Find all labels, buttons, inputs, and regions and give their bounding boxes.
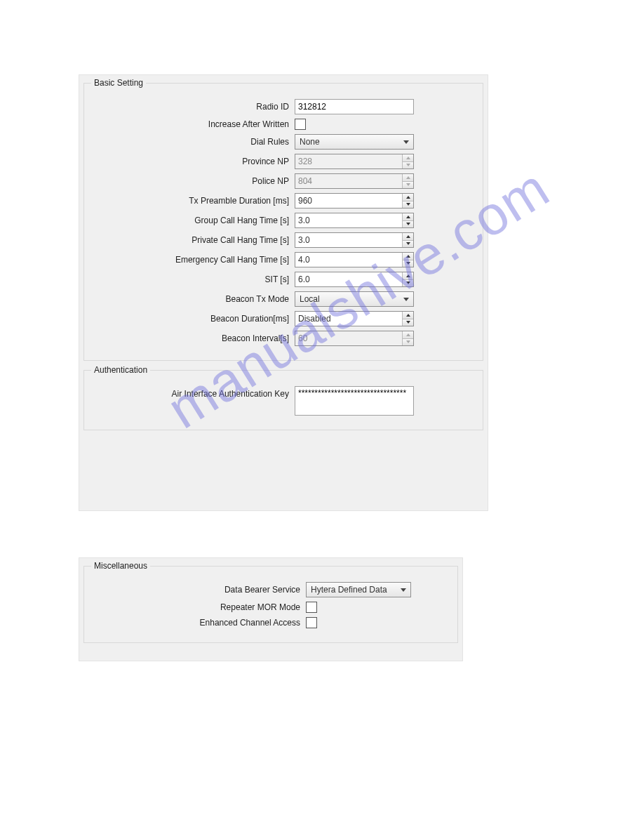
chevron-down-icon xyxy=(401,588,406,592)
authentication-group: Authentication Air Interface Authenticat… xyxy=(83,365,483,430)
label-police-np: Police NP xyxy=(91,176,295,186)
emergency-hang-spinner[interactable]: 4.0 xyxy=(295,252,414,267)
settings-panel-1: Basic Setting Radio ID Increase After Wr… xyxy=(79,74,488,511)
row-air-key: Air Interface Authentication Key xyxy=(91,386,476,416)
spinner-down-button xyxy=(403,181,413,189)
label-radio-id: Radio ID xyxy=(91,102,295,112)
basic-legend: Basic Setting xyxy=(91,78,146,88)
beacon-duration-value[interactable]: Disabled xyxy=(295,312,402,326)
label-group-hang: Group Call Hang Time [s] xyxy=(91,216,295,225)
row-sit: SIT [s] 6.0 xyxy=(91,272,476,287)
spinner-up-button xyxy=(403,174,413,181)
row-radio-id: Radio ID xyxy=(91,99,476,114)
label-beacon-tx-mode: Beacon Tx Mode xyxy=(91,294,295,304)
row-beacon-duration: Beacon Duration[ms] Disabled xyxy=(91,311,476,326)
spinner-up-button[interactable] xyxy=(403,253,413,260)
group-hang-value[interactable]: 3.0 xyxy=(295,213,402,227)
spinner-down-button[interactable] xyxy=(403,279,413,287)
label-dial-rules: Dial Rules xyxy=(91,137,295,147)
label-beacon-duration: Beacon Duration[ms] xyxy=(91,314,295,324)
label-repeater-mor: Repeater MOR Mode xyxy=(91,602,306,612)
settings-panel-2: Miscellaneous Data Bearer Service Hytera… xyxy=(79,557,463,661)
basic-setting-group: Basic Setting Radio ID Increase After Wr… xyxy=(83,78,483,361)
spinner-down-button xyxy=(403,161,413,169)
spinner-up-button xyxy=(403,154,413,161)
spinner-down-button xyxy=(403,338,413,346)
sit-value[interactable]: 6.0 xyxy=(295,272,402,286)
row-private-hang: Private Call Hang Time [s] 3.0 xyxy=(91,232,476,248)
row-tx-preamble: Tx Preamble Duration [ms] 960 xyxy=(91,193,476,208)
row-emergency-hang: Emergency Call Hang Time [s] 4.0 xyxy=(91,252,476,267)
increase-after-written-checkbox[interactable] xyxy=(295,119,306,130)
province-np-value: 328 xyxy=(295,154,402,168)
label-emergency-hang: Emergency Call Hang Time [s] xyxy=(91,255,295,265)
label-data-bearer: Data Bearer Service xyxy=(91,585,306,595)
data-bearer-combo[interactable]: Hytera Defined Data xyxy=(306,582,411,597)
row-beacon-tx-mode: Beacon Tx Mode Local xyxy=(91,291,476,307)
row-enhanced-channel: Enhanced Channel Access xyxy=(91,617,450,628)
spinner-up-button[interactable] xyxy=(403,213,413,220)
spinner-down-button[interactable] xyxy=(403,201,413,208)
data-bearer-value: Hytera Defined Data xyxy=(311,585,387,595)
miscellaneous-group: Miscellaneous Data Bearer Service Hytera… xyxy=(83,561,458,643)
spinner-down-button[interactable] xyxy=(403,220,413,228)
spinner-down-button[interactable] xyxy=(403,319,413,326)
spinner-up-button[interactable] xyxy=(403,194,413,201)
label-beacon-interval: Beacon Interval[s] xyxy=(91,333,295,343)
dial-rules-value: None xyxy=(300,137,320,147)
label-air-key: Air Interface Authentication Key xyxy=(91,386,295,399)
dial-rules-combo[interactable]: None xyxy=(295,134,414,150)
enhanced-channel-checkbox[interactable] xyxy=(306,617,317,628)
label-enhanced-channel: Enhanced Channel Access xyxy=(91,618,306,628)
tx-preamble-value[interactable]: 960 xyxy=(295,194,402,208)
air-key-input[interactable] xyxy=(295,386,414,416)
police-np-value: 804 xyxy=(295,174,402,188)
row-police-np: Police NP 804 xyxy=(91,173,476,189)
spinner-down-button[interactable] xyxy=(403,240,413,248)
auth-legend: Authentication xyxy=(91,365,150,375)
beacon-tx-mode-value: Local xyxy=(300,294,320,304)
spinner-up-button[interactable] xyxy=(403,272,413,279)
repeater-mor-checkbox[interactable] xyxy=(306,602,317,613)
beacon-duration-spinner[interactable]: Disabled xyxy=(295,311,414,326)
province-np-spinner: 328 xyxy=(295,154,414,169)
spinner-up-button[interactable] xyxy=(403,312,413,319)
row-province-np: Province NP 328 xyxy=(91,154,476,169)
spinner-up-button xyxy=(403,331,413,338)
chevron-down-icon xyxy=(403,140,409,144)
emergency-hang-value[interactable]: 4.0 xyxy=(295,253,402,267)
group-hang-spinner[interactable]: 3.0 xyxy=(295,213,414,228)
label-sit: SIT [s] xyxy=(91,274,295,284)
label-increase-after-written: Increase After Written xyxy=(91,119,295,129)
chevron-down-icon xyxy=(403,298,409,301)
tx-preamble-spinner[interactable]: 960 xyxy=(295,193,414,208)
radio-id-input[interactable] xyxy=(295,99,414,114)
misc-legend: Miscellaneous xyxy=(91,561,150,571)
label-province-np: Province NP xyxy=(91,157,295,166)
police-np-spinner: 804 xyxy=(295,173,414,189)
private-hang-spinner[interactable]: 3.0 xyxy=(295,232,414,248)
row-group-hang: Group Call Hang Time [s] 3.0 xyxy=(91,213,476,228)
private-hang-value[interactable]: 3.0 xyxy=(295,233,402,247)
spinner-down-button[interactable] xyxy=(403,260,413,267)
beacon-interval-value: 60 xyxy=(295,331,402,345)
label-tx-preamble: Tx Preamble Duration [ms] xyxy=(91,196,295,206)
beacon-interval-spinner: 60 xyxy=(295,331,414,346)
beacon-tx-mode-combo[interactable]: Local xyxy=(295,291,414,307)
row-dial-rules: Dial Rules None xyxy=(91,134,476,150)
label-private-hang: Private Call Hang Time [s] xyxy=(91,235,295,245)
row-beacon-interval: Beacon Interval[s] 60 xyxy=(91,331,476,346)
sit-spinner[interactable]: 6.0 xyxy=(295,272,414,287)
row-data-bearer: Data Bearer Service Hytera Defined Data xyxy=(91,582,450,597)
row-repeater-mor: Repeater MOR Mode xyxy=(91,602,450,613)
row-increase-after-written: Increase After Written xyxy=(91,119,476,130)
spinner-up-button[interactable] xyxy=(403,233,413,240)
